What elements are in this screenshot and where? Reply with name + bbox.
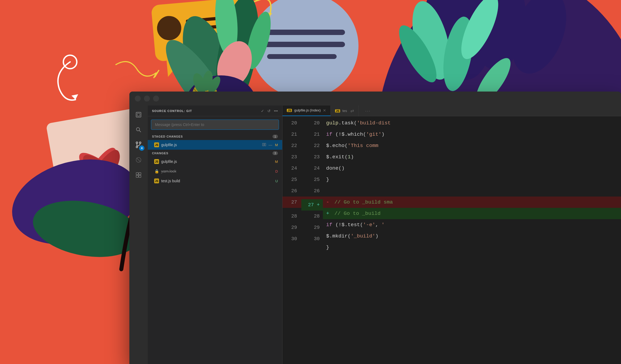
js-icon-change1: JS bbox=[154, 159, 159, 164]
change-file-gulpfile[interactable]: JS gulpfile.js M bbox=[148, 157, 282, 166]
panel-header: SOURCE CONTROL: GIT ✓ ↺ ••• bbox=[148, 106, 282, 116]
activity-icon-disabled[interactable] bbox=[132, 153, 145, 166]
code-line-27-deleted: - // Go to _build sma bbox=[323, 197, 621, 208]
more-actions-icon[interactable]: ••• bbox=[274, 109, 278, 113]
traffic-light-maximize[interactable] bbox=[153, 96, 159, 102]
staged-filename: gulpfile.js bbox=[161, 143, 259, 147]
svg-line-47 bbox=[139, 131, 141, 132]
code-line-27-added: + // Go to _build bbox=[323, 208, 621, 219]
staged-changes-label: STAGED CHANGES bbox=[152, 135, 272, 138]
activity-icon-source-control[interactable]: 4 bbox=[132, 138, 145, 151]
tab-js-icon-inactive: JS bbox=[335, 109, 340, 113]
activity-icon-remote[interactable] bbox=[132, 169, 145, 181]
refresh-icon[interactable]: ↺ bbox=[267, 109, 271, 113]
code-line-25: } bbox=[323, 174, 621, 185]
svg-rect-55 bbox=[136, 175, 138, 177]
changes-label: CHANGES bbox=[152, 152, 272, 155]
changes-count: 3 bbox=[272, 151, 278, 155]
more-tabs-icon[interactable]: ⋯ bbox=[365, 108, 370, 114]
change-file-status-d: D bbox=[275, 169, 278, 173]
vscode-window: 4 SOURCE bbox=[129, 92, 621, 364]
commit-message-input[interactable] bbox=[151, 120, 279, 130]
svg-rect-53 bbox=[136, 173, 138, 175]
change-filename-gulpfile: gulpfile.js bbox=[161, 159, 273, 164]
tab-spacer: ⋯ bbox=[358, 106, 621, 116]
unstage-icon[interactable]: — bbox=[268, 142, 273, 148]
panel-title: SOURCE CONTROL: GIT bbox=[152, 109, 258, 113]
source-control-badge: 4 bbox=[139, 145, 144, 151]
tab-split-icon: ⇄ bbox=[350, 108, 354, 113]
staged-changes-count: 1 bbox=[272, 135, 278, 138]
source-control-panel: SOURCE CONTROL: GIT ✓ ↺ ••• STAGED CHANG… bbox=[148, 106, 282, 364]
staged-changes-header[interactable]: STAGED CHANGES 1 bbox=[148, 133, 282, 140]
svg-rect-44 bbox=[136, 112, 141, 117]
activity-icon-explorer[interactable] bbox=[132, 108, 145, 121]
tab-bar: JS gulpfile.js (Index) ✕ JS tes ⇄ ⋯ bbox=[282, 106, 621, 116]
changes-header[interactable]: CHANGES 3 bbox=[148, 150, 282, 157]
tab-close-active[interactable]: ✕ bbox=[323, 108, 326, 113]
lock-icon: 🔒 bbox=[154, 169, 159, 174]
code-line-23: $.exit(1) bbox=[323, 151, 621, 163]
svg-rect-45 bbox=[137, 113, 140, 116]
change-filename-testjs: test.js build bbox=[161, 179, 273, 183]
title-bar bbox=[129, 92, 621, 106]
svg-rect-56 bbox=[139, 175, 141, 177]
code-line-26 bbox=[323, 185, 621, 197]
activity-bar: 4 bbox=[129, 106, 148, 364]
code-line-29: $.mkdir('_build') bbox=[323, 230, 621, 242]
commit-input-area bbox=[148, 116, 282, 133]
change-file-status-m: M bbox=[275, 160, 278, 164]
staged-file-gulpfile[interactable]: JS gulpfile.js — M bbox=[148, 140, 282, 150]
change-file-testjs[interactable]: JS test.js build U bbox=[148, 176, 282, 186]
code-line-28: if (!$.test('-e', ' bbox=[323, 219, 621, 230]
gutter-left: 20 21 22 23 24 25 26 27 28 29 30 bbox=[282, 116, 301, 364]
change-filename-yarnlock: yarn.lock bbox=[161, 169, 273, 173]
svg-rect-57 bbox=[263, 143, 264, 146]
main-content: 4 SOURCE bbox=[129, 106, 621, 364]
change-file-yarnlock[interactable]: 🔒 yarn.lock D bbox=[148, 166, 282, 176]
tab-gulpfile-index[interactable]: JS gulpfile.js (Index) ✕ bbox=[282, 106, 331, 116]
staged-file-status: M bbox=[275, 143, 278, 147]
tab-label-inactive: tes bbox=[342, 109, 347, 113]
code-line-30: } bbox=[323, 242, 621, 253]
code-lines: gulp.task('build-dist if (!$.which('git'… bbox=[323, 116, 621, 364]
gutter-right: 20 21 22 23 24 25 26 27 + 28 29 30 bbox=[301, 116, 323, 364]
code-line-24: done() bbox=[323, 163, 621, 174]
tab-test[interactable]: JS tes ⇄ bbox=[331, 106, 358, 116]
traffic-light-minimize[interactable] bbox=[144, 96, 150, 102]
svg-rect-58 bbox=[264, 143, 266, 146]
js-icon-change3: JS bbox=[154, 178, 159, 183]
tab-label-active: gulpfile.js (Index) bbox=[294, 108, 320, 112]
editor-area: JS gulpfile.js (Index) ✕ JS tes ⇄ ⋯ bbox=[282, 106, 621, 364]
commit-check-icon[interactable]: ✓ bbox=[261, 109, 264, 113]
change-file-status-u: U bbox=[275, 179, 278, 183]
code-line-22: $.echo('This comm bbox=[323, 140, 621, 151]
open-changes-icon[interactable] bbox=[261, 142, 267, 148]
activity-icon-search[interactable] bbox=[132, 123, 145, 136]
staged-file-actions: — bbox=[261, 142, 273, 148]
code-line-20: gulp.task('build-dist bbox=[323, 117, 621, 129]
code-editor[interactable]: 20 21 22 23 24 25 26 27 28 29 30 bbox=[282, 116, 621, 364]
js-icon-staged: JS bbox=[154, 142, 159, 147]
code-line-21: if (!$.which('git') bbox=[323, 129, 621, 140]
svg-rect-54 bbox=[139, 173, 141, 175]
tab-js-icon-active: JS bbox=[287, 109, 292, 112]
traffic-light-close[interactable] bbox=[135, 96, 141, 102]
svg-line-52 bbox=[137, 158, 140, 162]
